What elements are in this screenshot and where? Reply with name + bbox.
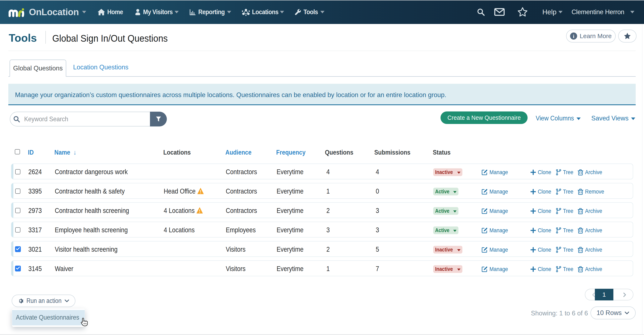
svg-text:i: i — [573, 34, 574, 39]
